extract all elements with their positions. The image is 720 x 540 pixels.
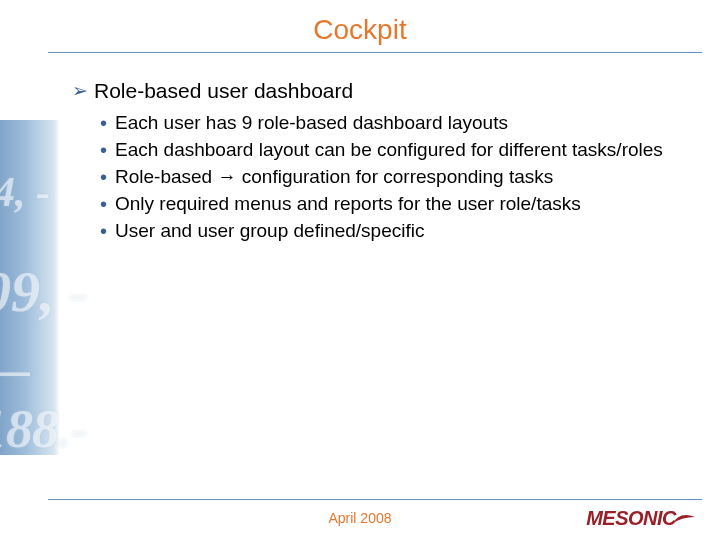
list-item-text: User and user group defined/specific [115,218,690,244]
bullet-icon: • [100,110,107,136]
slide: 4, - 09, - — 188.- Cockpit ➢ Role-based … [0,0,720,540]
bullet-icon: • [100,191,107,217]
list-item: • Each dashboard layout can be configure… [100,137,690,163]
bullet-icon: • [100,164,107,190]
list-item: • Each user has 9 role-based dashboard l… [100,110,690,136]
list-item-text: Each dashboard layout can be configured … [115,137,690,163]
footer-divider [48,499,702,500]
logo-text: MESONIC [586,507,676,530]
brand-logo: MESONIC [586,507,696,530]
bullet-icon: • [100,218,107,244]
content-area: ➢ Role-based user dashboard • Each user … [72,78,690,245]
bg-decor-number: — [0,342,28,397]
list-item: • User and user group defined/specific [100,218,690,244]
chevron-right-icon: ➢ [72,78,88,104]
heading-text: Role-based user dashboard [94,78,353,104]
list-item-text: Only required menus and reports for the … [115,191,690,217]
bullet-icon: • [100,137,107,163]
list-item-text: Role-based → configuration for correspon… [115,164,690,190]
bg-decor-number: 4, - [0,168,50,216]
bullet-list: • Each user has 9 role-based dashboard l… [100,110,690,244]
bg-decor-number: 188.- [0,398,87,460]
title-divider [48,52,702,53]
swoosh-icon [672,513,696,527]
slide-title: Cockpit [0,14,720,46]
bg-decor-number: 09, - [0,258,88,325]
list-item-text: Each user has 9 role-based dashboard lay… [115,110,690,136]
heading-row: ➢ Role-based user dashboard [72,78,690,104]
list-item: • Only required menus and reports for th… [100,191,690,217]
list-item: • Role-based → configuration for corresp… [100,164,690,190]
